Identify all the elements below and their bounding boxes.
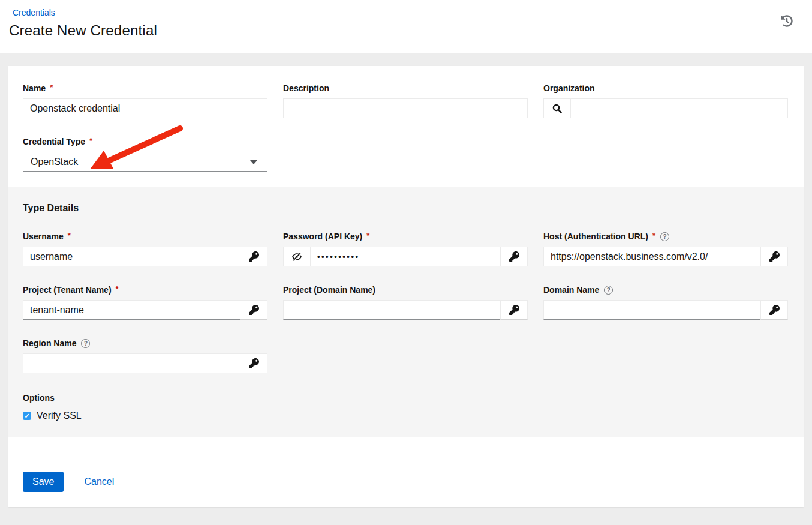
- password-label-text: Password (API Key): [283, 232, 362, 241]
- page-title: Create New Credential: [9, 22, 798, 39]
- type-details-section: Type Details Username *: [8, 187, 804, 437]
- username-ask-at-launch-button[interactable]: [240, 247, 267, 266]
- host-label-text: Host (Authentication URL): [543, 232, 648, 241]
- cancel-button[interactable]: Cancel: [84, 476, 114, 487]
- project-tenant-field: Project (Tenant Name) *: [23, 285, 267, 320]
- options-heading: Options: [23, 393, 789, 403]
- password-field: Password (API Key) *: [283, 232, 528, 266]
- credential-form-card: Name * Description Organization: [8, 66, 804, 507]
- region-name-field: Region Name ?: [23, 338, 267, 373]
- description-field: Description: [283, 83, 528, 118]
- breadcrumb-link-credentials[interactable]: Credentials: [13, 8, 55, 17]
- domain-name-field: Domain Name ?: [543, 285, 788, 320]
- credential-type-select[interactable]: OpenStack: [23, 152, 267, 172]
- organization-search-button[interactable]: [543, 98, 571, 118]
- help-icon[interactable]: ?: [660, 232, 669, 241]
- key-icon: [249, 305, 259, 315]
- project-tenant-label-text: Project (Tenant Name): [23, 285, 112, 295]
- credential-type-label: Credential Type *: [23, 137, 267, 146]
- domain-name-label-text: Domain Name: [543, 285, 599, 295]
- organization-input[interactable]: [571, 98, 788, 118]
- caret-down-icon: [250, 160, 257, 164]
- password-input[interactable]: [311, 247, 500, 266]
- project-domain-field: Project (Domain Name): [283, 285, 528, 320]
- help-icon[interactable]: ?: [604, 286, 613, 295]
- required-marker: *: [89, 136, 92, 145]
- credential-type-field: Credential Type * OpenStack: [23, 137, 267, 172]
- project-domain-label-text: Project (Domain Name): [283, 285, 375, 295]
- page-content: Name * Description Organization: [0, 53, 812, 516]
- domain-name-input[interactable]: [543, 300, 760, 320]
- history-icon: [781, 15, 793, 27]
- page-header: Credentials Create New Credential: [0, 0, 812, 53]
- username-label-text: Username: [23, 232, 64, 241]
- history-button[interactable]: [781, 15, 793, 27]
- username-input[interactable]: [23, 247, 240, 266]
- type-details-heading: Type Details: [23, 203, 789, 214]
- region-name-ask-at-launch-button[interactable]: [240, 353, 267, 373]
- organization-label-text: Organization: [543, 83, 595, 93]
- check-icon: ✓: [24, 413, 29, 419]
- password-toggle-visibility-button[interactable]: [283, 247, 311, 266]
- region-name-input[interactable]: [23, 353, 240, 373]
- name-input[interactable]: [23, 98, 267, 118]
- project-tenant-input[interactable]: [23, 300, 240, 320]
- description-input[interactable]: [283, 98, 528, 118]
- project-domain-ask-at-launch-button[interactable]: [500, 300, 528, 320]
- credential-type-value: OpenStack: [31, 157, 78, 167]
- username-field: Username *: [23, 232, 267, 266]
- name-label: Name *: [23, 83, 267, 93]
- key-icon: [509, 251, 519, 262]
- key-icon: [769, 305, 780, 315]
- host-field: Host (Authentication URL) * ?: [543, 232, 788, 266]
- required-marker: *: [366, 231, 369, 240]
- key-icon: [249, 358, 259, 368]
- verify-ssl-checkbox-row[interactable]: ✓ Verify SSL: [23, 410, 789, 421]
- credential-type-label-text: Credential Type: [23, 137, 85, 146]
- name-label-text: Name: [23, 83, 46, 93]
- help-icon[interactable]: ?: [81, 339, 90, 348]
- description-label-text: Description: [283, 83, 329, 93]
- description-label: Description: [283, 83, 528, 93]
- verify-ssl-checkbox[interactable]: ✓: [23, 412, 31, 420]
- key-icon: [509, 305, 519, 315]
- form-basic-section: Name * Description Organization: [8, 66, 804, 187]
- host-ask-at-launch-button[interactable]: [760, 247, 788, 266]
- project-domain-input[interactable]: [283, 300, 500, 320]
- key-icon: [249, 251, 259, 262]
- eye-slash-icon: [291, 252, 302, 262]
- breadcrumb: Credentials: [9, 7, 798, 18]
- key-icon: [769, 251, 780, 262]
- password-ask-at-launch-button[interactable]: [500, 247, 528, 266]
- name-field: Name *: [23, 83, 267, 118]
- required-marker: *: [116, 284, 119, 293]
- search-icon: [552, 104, 562, 113]
- form-actions: Save Cancel: [8, 437, 804, 507]
- save-button[interactable]: Save: [23, 472, 64, 492]
- domain-name-ask-at-launch-button[interactable]: [760, 300, 788, 320]
- host-input[interactable]: [543, 247, 760, 266]
- organization-label: Organization: [543, 83, 788, 93]
- required-marker: *: [68, 231, 71, 240]
- region-name-label-text: Region Name: [23, 338, 76, 348]
- required-marker: *: [652, 231, 655, 240]
- organization-field: Organization: [543, 83, 788, 118]
- required-marker: *: [50, 83, 53, 92]
- verify-ssl-label: Verify SSL: [37, 410, 82, 421]
- project-tenant-ask-at-launch-button[interactable]: [240, 300, 267, 320]
